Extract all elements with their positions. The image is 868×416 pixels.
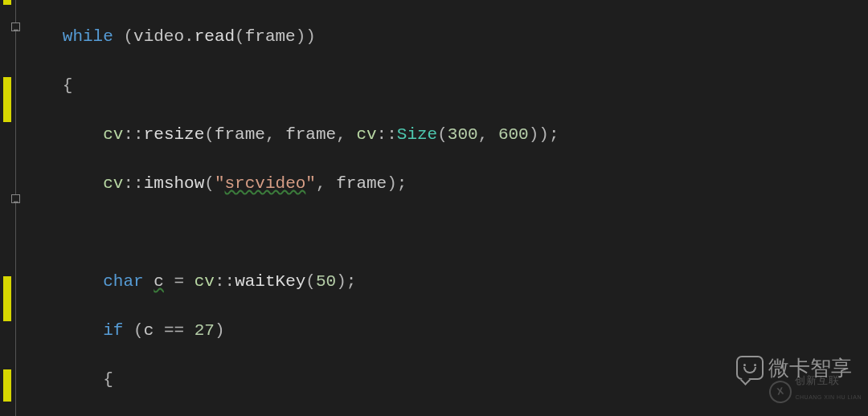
wechat-icon xyxy=(736,356,764,380)
code-editor-viewport: while (video.read(frame)) { cv::resize(f… xyxy=(0,0,868,416)
change-marker xyxy=(3,77,11,122)
code-line[interactable]: cv::imshow("srcvideo", frame); xyxy=(32,172,868,197)
code-line[interactable] xyxy=(32,221,868,246)
watermark-corner-text: 创新互联 xyxy=(795,375,862,385)
keyword-while: while xyxy=(63,27,113,46)
squiggly-warning: srcvideo xyxy=(225,174,306,193)
change-marker xyxy=(3,0,11,5)
code-line[interactable]: char c = cv::waitKey(50); xyxy=(32,270,868,295)
code-area[interactable]: while (video.read(frame)) { cv::resize(f… xyxy=(27,0,868,416)
change-marker xyxy=(3,276,11,321)
change-marker xyxy=(3,369,11,402)
fold-collapse-icon[interactable] xyxy=(11,22,20,31)
gutter xyxy=(0,0,27,416)
code-line[interactable]: { xyxy=(32,74,868,99)
fold-collapse-icon[interactable] xyxy=(11,194,20,203)
stamp-icon: X xyxy=(768,379,793,405)
watermark-corner-sub: CHUANG XIN HU LIAN xyxy=(795,385,862,410)
code-line[interactable]: if (c == 27) xyxy=(32,319,868,344)
code-line[interactable]: cv::resize(frame, frame, cv::Size(300, 6… xyxy=(32,123,868,148)
watermark-corner: X 创新互联 CHUANG XIN HU LIAN xyxy=(769,375,862,410)
squiggly-warning: c xyxy=(154,272,164,291)
code-line[interactable]: while (video.read(frame)) xyxy=(32,25,868,50)
